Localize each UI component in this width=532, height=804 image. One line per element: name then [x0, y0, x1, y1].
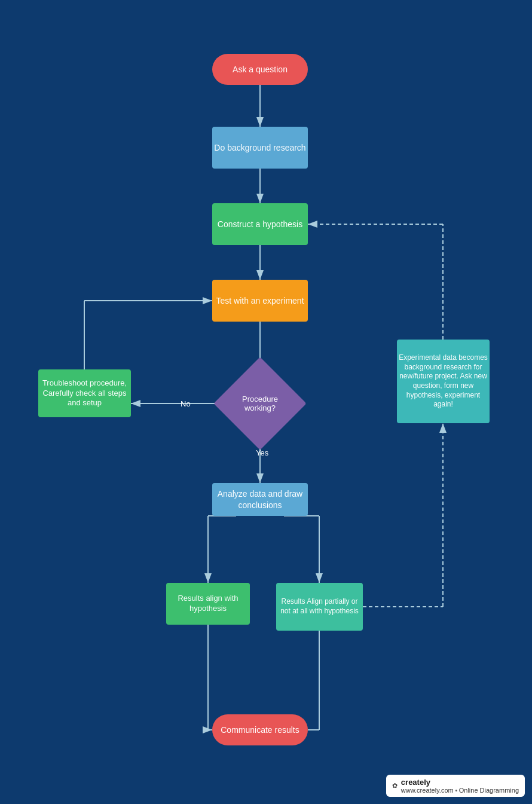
creately-flower-icon: ✿: [392, 782, 398, 790]
background-research-node: Do background research: [212, 127, 308, 169]
yes-label: Yes: [256, 448, 268, 457]
creately-tagline: www.creately.com • Online Diagramming: [401, 787, 519, 794]
flowchart-container: Ask a question Do background research Co…: [0, 0, 532, 804]
ask-question-node: Ask a question: [212, 54, 308, 85]
communicate-results-node: Communicate results: [212, 714, 308, 745]
creately-badge: ✿ creately www.creately.com • Online Dia…: [386, 775, 525, 797]
results-align-node: Results align with hypothesis: [166, 583, 250, 625]
experimental-data-node: Experimental data becomes background res…: [397, 340, 490, 423]
no-label: No: [181, 399, 191, 408]
analyze-data-node: Analyze data and draw conclusions: [212, 483, 308, 516]
creately-logo: creately: [401, 778, 519, 787]
procedure-working-diamond: Procedure working?: [227, 371, 293, 436]
test-experiment-node: Test with an experiment: [212, 280, 308, 322]
results-partial-node: Results Align partially or not at all wi…: [276, 583, 363, 631]
construct-hypothesis-node: Construct a hypothesis: [212, 203, 308, 245]
troubleshoot-node: Troubleshoot procedure, Carefully check …: [38, 369, 131, 417]
